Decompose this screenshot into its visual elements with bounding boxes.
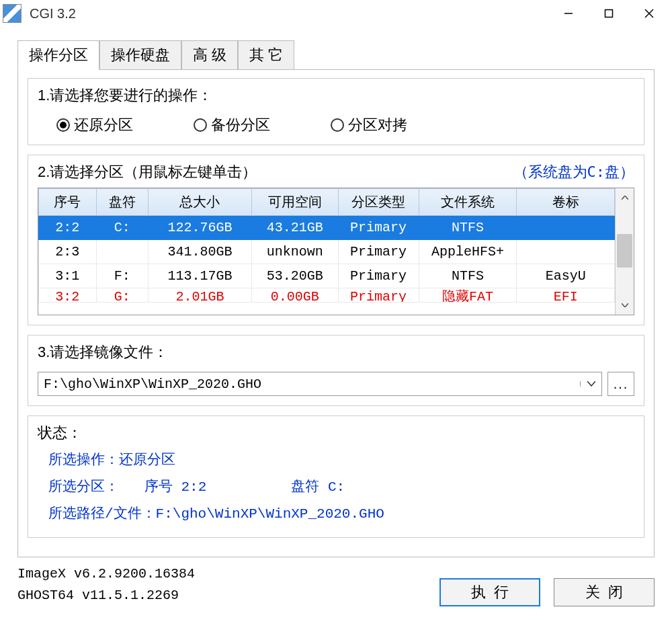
system-disk-hint: （系统盘为C:盘） [513,162,635,182]
col-total[interactable]: 总大小 [148,189,251,216]
table-cell: 隐藏FAT [419,288,517,303]
table-cell: 341.80GB [148,240,251,264]
table-cell: 122.76GB [148,216,251,240]
table-cell: 53.20GB [252,264,339,288]
scroll-track[interactable] [616,207,634,296]
col-fs[interactable]: 文件系统 [419,189,517,216]
image-path-input[interactable] [38,376,580,392]
operation-radio-group: 还原分区 备份分区 分区对拷 [38,115,634,135]
partition-table-scroll[interactable]: 序号 盘符 总大小 可用空间 分区类型 文件系统 卷标 2:2C:122.76G… [38,188,615,315]
table-scrollbar[interactable] [615,188,634,315]
status-part-letter-label: 盘符 [291,479,319,495]
status-part-idx-value: 2:2 [181,479,206,495]
window-controls [548,0,669,27]
minimize-button[interactable] [548,0,589,27]
section-image-file: 3.请选择镜像文件： ... [28,335,644,406]
table-cell: 0.00GB [252,288,339,303]
table-cell: AppleHFS+ [419,240,517,264]
section2-title: 2.请选择分区（用鼠标左键单击） [38,162,257,182]
table-row[interactable]: 3:1F:113.17GB53.20GBPrimaryNTFSEasyU [39,264,615,288]
svg-rect-1 [605,10,613,17]
status-path-line: 所选路径/文件：F:\gho\WinXP\WinXP_2020.GHO [48,501,634,528]
status-path-label: 所选路径/文件： [48,506,156,522]
app-window: CGI 3.2 操作分区 操作硬盘 高 级 其 它 1.请选择您要进行的操作： [0,0,672,636]
partition-table-wrap: 序号 盘符 总大小 可用空间 分区类型 文件系统 卷标 2:2C:122.76G… [38,188,634,315]
radio-icon [56,118,70,132]
col-index[interactable]: 序号 [39,189,97,216]
status-op-label: 所选操作： [48,452,119,468]
titlebar: CGI 3.2 [0,0,672,27]
version-info: ImageX v6.2.9200.16384 GHOST64 v11.5.1.2… [17,563,195,606]
table-cell: unknown [252,240,339,264]
radio-label: 还原分区 [74,115,133,135]
image-path-combo[interactable] [38,372,602,396]
combo-dropdown-button[interactable] [580,381,601,387]
browse-button[interactable]: ... [607,372,634,396]
col-type[interactable]: 分区类型 [338,189,419,216]
tab-disk[interactable]: 操作硬盘 [99,40,181,70]
table-cell: Primary [338,240,419,264]
table-cell: C: [96,216,148,240]
col-label[interactable]: 卷标 [517,189,615,216]
status-body: 所选操作：还原分区 所选分区： 序号 2:2 盘符 C: 所选路径/文件：F:\… [38,447,634,528]
section1-title: 1.请选择您要进行的操作： [38,85,634,106]
table-cell [96,240,148,264]
table-cell: Primary [338,288,419,303]
table-cell: Primary [338,264,419,288]
section-status: 状态： 所选操作：还原分区 所选分区： 序号 2:2 盘符 C: 所选路径/文件… [28,415,644,538]
radio-backup-partition[interactable]: 备份分区 [194,115,270,135]
tab-other[interactable]: 其 它 [238,40,294,70]
section-operation: 1.请选择您要进行的操作： 还原分区 备份分区 分区对拷 [28,78,644,145]
table-cell: 2.01GB [148,288,251,303]
close-app-button[interactable]: 关闭 [554,578,655,606]
scroll-down-icon[interactable] [616,296,634,315]
tab-advanced[interactable]: 高 级 [181,40,238,70]
radio-icon [194,118,207,132]
scroll-up-icon[interactable] [616,188,634,207]
col-free[interactable]: 可用空间 [252,189,339,216]
table-cell: 3:2 [39,288,97,303]
status-path-value: F:\gho\WinXP\WinXP_2020.GHO [156,506,384,522]
radio-clone-partition[interactable]: 分区对拷 [331,115,407,135]
radio-restore-partition[interactable]: 还原分区 [56,115,133,135]
radio-icon [331,118,344,132]
table-cell [517,216,615,240]
table-cell: NTFS [419,216,517,240]
status-part-label: 所选分区： [48,479,119,495]
close-button[interactable] [629,0,669,27]
partition-table: 序号 盘符 总大小 可用空间 分区类型 文件系统 卷标 2:2C:122.76G… [38,188,615,303]
table-cell: 2:2 [39,216,97,240]
table-cell: G: [96,288,148,303]
table-cell: 113.17GB [148,264,251,288]
status-title: 状态： [38,423,634,443]
scroll-thumb[interactable] [617,234,632,268]
status-op-value: 还原分区 [119,452,175,468]
table-row[interactable]: 2:2C:122.76GB43.21GBPrimaryNTFS [39,216,615,240]
status-part-idx-label: 序号 [144,479,173,495]
table-cell: EasyU [517,264,615,288]
ghost-version: GHOST64 v11.5.1.2269 [17,585,195,606]
table-cell: Primary [338,216,419,240]
radio-label: 分区对拷 [348,115,407,135]
status-operation-line: 所选操作：还原分区 [48,447,634,474]
app-icon [3,4,22,23]
table-cell: 3:1 [39,264,97,288]
table-row[interactable]: 3:2G:2.01GB0.00GBPrimary隐藏FATEFI [39,288,615,303]
table-header-row: 序号 盘符 总大小 可用空间 分区类型 文件系统 卷标 [39,189,615,216]
table-cell: F: [96,264,148,288]
table-cell: EFI [517,288,615,303]
status-part-letter-value: C: [328,479,345,495]
table-cell [517,240,615,264]
radio-label: 备份分区 [211,115,270,135]
maximize-button[interactable] [589,0,629,27]
table-cell: 2:3 [39,240,97,264]
col-letter[interactable]: 盘符 [96,189,148,216]
status-partition-line: 所选分区： 序号 2:2 盘符 C: [48,474,634,501]
imagex-version: ImageX v6.2.9200.16384 [17,563,195,585]
table-cell: NTFS [419,264,517,288]
execute-button[interactable]: 执行 [439,578,540,606]
tab-partition[interactable]: 操作分区 [17,40,99,70]
table-row[interactable]: 2:3341.80GBunknownPrimaryAppleHFS+ [39,240,615,264]
window-title: CGI 3.2 [30,6,76,22]
table-cell: 43.21GB [252,216,339,240]
